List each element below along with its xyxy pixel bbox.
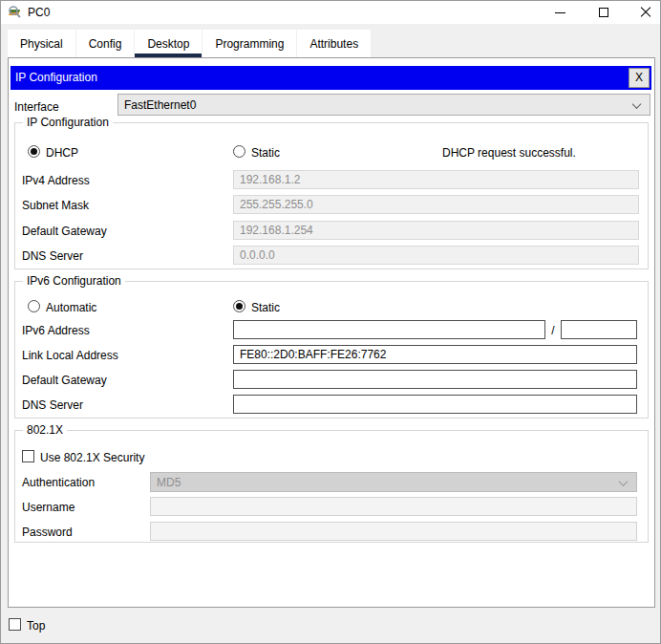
username-input[interactable] [150,497,637,516]
maximize-icon [599,8,608,17]
window-titlebar: PC0 [1,1,660,24]
tab-physical[interactable]: Physical [8,30,76,57]
minimize-icon [555,12,565,13]
ipv6-prefix-separator: / [548,324,558,337]
ipv6-dns-server-input[interactable] [233,395,637,414]
dialog-title: IP Configuration [15,71,97,84]
dhcp-status-text: DHCP request successful. [442,146,576,160]
interface-select[interactable]: FastEthernet0 [117,94,650,116]
ipv4-address-label: IPv4 Address [22,174,90,187]
chevron-down-icon [619,477,629,486]
authentication-select[interactable]: MD5 [150,472,637,492]
packet-tracer-app-icon [8,5,23,20]
maximize-button[interactable] [589,1,618,24]
top-checkbox[interactable] [9,618,21,631]
window-title: PC0 [28,6,50,19]
use-dot1x-security-checkbox[interactable] [22,450,34,462]
interface-select-value: FastEthernet0 [124,98,196,112]
authentication-label: Authentication [22,476,95,489]
close-icon [640,7,651,18]
subnet-mask-input[interactable] [233,195,639,214]
tab-programming[interactable]: Programming [203,30,297,57]
ipv6-address-label: IPv6 Address [22,324,90,337]
close-button[interactable] [631,1,660,24]
dhcp-radio-label: DHCP [46,146,78,160]
use-dot1x-security-label: Use 802.1X Security [40,451,144,464]
ipv6-static-radio[interactable] [233,300,245,312]
ipv6-dns-server-label: DNS Server [22,398,83,412]
password-label: Password [22,526,73,539]
ipv6-prefix-input[interactable] [561,320,637,339]
subnet-mask-label: Subnet Mask [22,199,89,212]
ipv4-dns-server-label: DNS Server [22,249,83,263]
ipv4-default-gateway-input[interactable] [233,221,639,240]
ipv6-static-radio-label: Static [251,301,280,314]
dot1x-legend: 802.1X [23,423,67,438]
ip-configuration-dialog-header: IP Configuration X [11,66,651,90]
dhcp-radio[interactable] [28,145,40,158]
minimize-button[interactable] [545,1,574,24]
username-label: Username [22,501,75,514]
ipv6-address-input[interactable] [233,320,545,339]
ipv6-default-gateway-label: Default Gateway [22,374,107,387]
ipv4-default-gateway-label: Default Gateway [22,225,107,238]
ipv6-configuration-legend: IPv6 Configuration [23,274,125,289]
link-local-address-input[interactable] [233,345,637,364]
tab-config[interactable]: Config [76,30,136,57]
ipv6-default-gateway-input[interactable] [233,370,637,389]
ipv6-automatic-radio[interactable] [28,300,40,312]
ipv6-automatic-radio-label: Automatic [46,301,96,314]
interface-label: Interface [14,100,59,114]
dialog-close-button[interactable]: X [629,68,650,88]
ipv4-dns-server-input[interactable] [233,246,639,265]
password-input[interactable] [150,522,637,541]
tab-attributes[interactable]: Attributes [297,30,372,57]
ipv4-static-radio-label: Static [251,146,280,160]
chevron-down-icon [632,99,642,109]
ipv4-address-input[interactable] [233,170,639,189]
ipv4-static-radio[interactable] [233,145,245,158]
link-local-address-label: Link Local Address [22,349,118,362]
top-checkbox-label: Top [27,619,45,633]
tab-bar: Physical Config Desktop Programming Attr… [8,30,372,57]
pc0-window: PC0 Physical Config Desktop Programming … [0,0,661,644]
authentication-select-value: MD5 [157,476,181,489]
tab-desktop[interactable]: Desktop [135,30,203,57]
ip-configuration-legend: IP Configuration [23,116,113,130]
